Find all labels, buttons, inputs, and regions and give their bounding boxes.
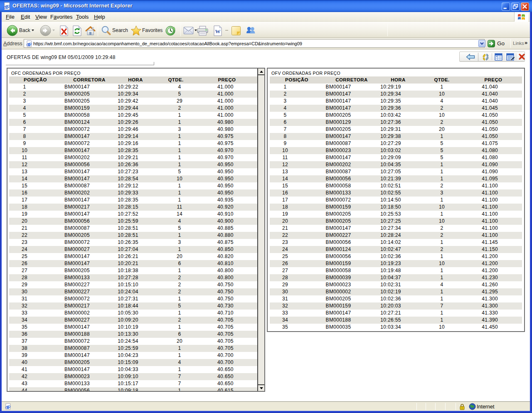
svg-text:W: W bbox=[215, 28, 221, 34]
svg-text:e: e bbox=[28, 42, 31, 47]
svg-text:e: e bbox=[5, 3, 9, 10]
svg-text:e: e bbox=[7, 404, 10, 410]
